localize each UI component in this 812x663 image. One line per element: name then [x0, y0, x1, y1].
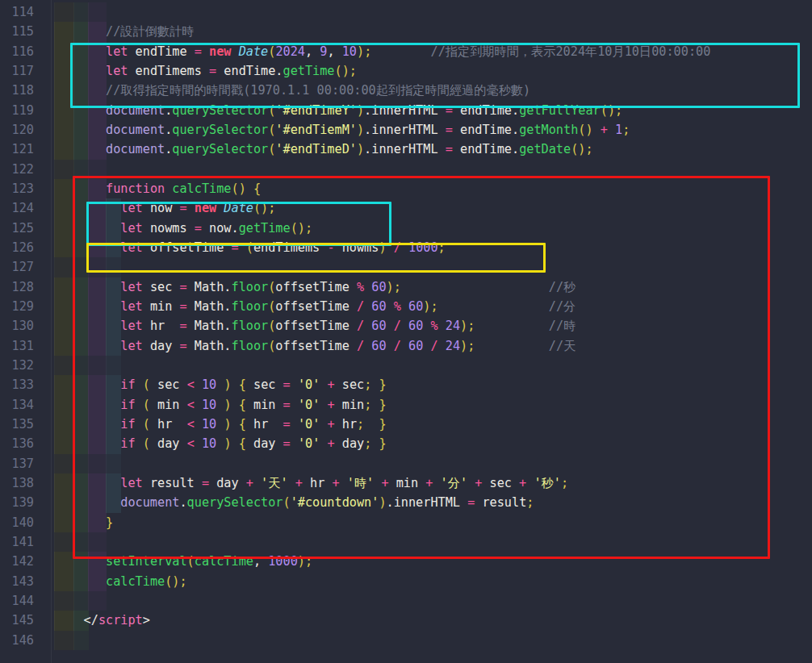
- token-cm: //秒: [549, 280, 576, 294]
- token-br: ;: [438, 240, 446, 255]
- token-op: =: [446, 123, 453, 137]
- code-line[interactable]: 118 //取得指定時間的時間戳(1970.1.1 00:00:00起到指定時間…: [0, 81, 812, 100]
- code-line[interactable]: 116 let endTime = new Date(2024, 9, 10);…: [0, 42, 812, 61]
- token-br: (): [571, 142, 585, 156]
- token-dm: document: [106, 103, 165, 118]
- code-line[interactable]: 120 document.querySelector('#endTiemM').…: [0, 120, 812, 140]
- token-fn: getDate: [519, 142, 571, 156]
- token-pl: [165, 181, 172, 196]
- token-nu: 1000: [408, 240, 438, 255]
- token-pl: sec: [150, 377, 187, 392]
- code-line[interactable]: 144: [0, 591, 812, 611]
- token-st: '0': [298, 436, 320, 451]
- code-line[interactable]: 130 let hr = Math.floor(offsetTime / 60 …: [0, 316, 812, 336]
- token-br: (: [187, 554, 195, 569]
- token-op: +: [246, 476, 253, 490]
- code-line[interactable]: 142 setInterval(calcTime, 1000);: [0, 552, 812, 571]
- token-st: '時': [347, 476, 374, 490]
- code-line[interactable]: 119 document.querySelector('#endTimeY').…: [0, 101, 812, 120]
- code-line[interactable]: 134 if ( min < 10 ) { min = '0' + min; }: [0, 395, 812, 415]
- code-line[interactable]: 126 let offsetTime = (endTimems - nowms)…: [0, 238, 812, 257]
- code-line[interactable]: 135 if ( hr < 10 ) { hr = '0' + hr; }: [0, 415, 812, 434]
- token-pl: [232, 398, 239, 412]
- token-pl: result: [143, 476, 202, 490]
- token-br: ;: [585, 142, 592, 156]
- code-line[interactable]: 127: [0, 257, 812, 277]
- token-nu: 1: [615, 123, 622, 137]
- token-br: (): [601, 103, 615, 118]
- token-br: ;: [364, 44, 371, 59]
- token-br: ;: [394, 280, 401, 294]
- code-line[interactable]: 137: [0, 454, 812, 473]
- token-nb: new: [209, 44, 231, 59]
- code-line[interactable]: 132: [0, 356, 812, 375]
- token-pl: ,: [305, 44, 320, 59]
- code-text: calcTime();: [54, 572, 187, 591]
- code-line[interactable]: 131 let day = Math.floor(offsetTime / 60…: [0, 336, 812, 356]
- code-line[interactable]: 114: [0, 2, 812, 22]
- token-pl: [195, 417, 202, 432]
- code-editor[interactable]: 114115 //設計倒數計時116 let endTime = new Dat…: [0, 0, 812, 663]
- token-pl: [371, 44, 430, 59]
- token-br: ;: [305, 221, 312, 236]
- code-line[interactable]: 140 }: [0, 513, 812, 532]
- token-pl: [216, 201, 224, 215]
- token-op: <: [187, 377, 195, 392]
- code-line[interactable]: 145 </script>: [0, 611, 812, 630]
- token-br: ;: [526, 495, 534, 510]
- token-pl: [253, 476, 261, 490]
- line-number: 141: [0, 532, 34, 552]
- code-line[interactable]: 125 let nowms = now.getTime();: [0, 219, 812, 238]
- token-br: (: [246, 240, 253, 255]
- code-text: let nowms = now.getTime();: [54, 219, 312, 238]
- code-line[interactable]: 138 let result = day + '天' + hr + '時' + …: [0, 473, 812, 493]
- token-pl: .innerHTML: [387, 495, 468, 510]
- token-br: (: [268, 319, 275, 333]
- token-pl: [291, 436, 298, 451]
- token-cm: //天: [549, 339, 576, 353]
- code-text: if ( hr < 10 ) { hr = '0' + hr; }: [54, 415, 387, 434]
- code-line[interactable]: 129 let min = Math.floor(offsetTime / 60…: [0, 297, 812, 316]
- token-k: let: [120, 240, 142, 255]
- token-pl: Math.: [187, 319, 232, 333]
- token-pl: endTime.: [453, 142, 519, 156]
- token-pl: endTime: [128, 44, 194, 59]
- code-lines: 114115 //設計倒數計時116 let endTime = new Dat…: [0, 2, 812, 650]
- code-line[interactable]: 139 document.querySelector('#countdown')…: [0, 493, 812, 512]
- code-text: setInterval(calcTime, 1000);: [54, 552, 312, 571]
- code-line[interactable]: 133 if ( sec < 10 ) { sec = '0' + sec; }: [0, 375, 812, 394]
- code-line[interactable]: 124 let now = new Date();: [0, 198, 812, 218]
- code-line[interactable]: 136 if ( day < 10 ) { day = '0' + day; }: [0, 434, 812, 453]
- token-pl: [438, 339, 446, 353]
- line-number: 121: [0, 140, 34, 159]
- token-tg: </: [84, 613, 98, 628]
- token-op: /: [357, 319, 364, 333]
- token-br: (: [283, 495, 290, 510]
- token-br: {: [239, 417, 246, 432]
- token-pl: min: [246, 398, 283, 412]
- code-line[interactable]: 146: [0, 631, 812, 650]
- code-line[interactable]: 123 function calcTime() {: [0, 179, 812, 198]
- token-cm: //分: [549, 299, 576, 314]
- token-op: =: [283, 398, 291, 412]
- token-pl: sec: [246, 377, 283, 392]
- token-pl: [433, 476, 440, 490]
- token-nb: new: [195, 201, 216, 215]
- token-pl: [136, 436, 143, 451]
- code-line[interactable]: 143 calcTime();: [0, 572, 812, 591]
- code-line[interactable]: 117 let endTimems = endTime.getTime();: [0, 61, 812, 81]
- token-pl: [387, 319, 394, 333]
- line-number: 122: [0, 160, 34, 179]
- token-br: ): [379, 495, 386, 510]
- line-number: 126: [0, 238, 34, 257]
- token-br: }: [379, 436, 387, 451]
- code-line[interactable]: 121 document.querySelector('#endTimeD').…: [0, 140, 812, 159]
- code-line[interactable]: 141: [0, 532, 812, 552]
- token-pl: [288, 476, 295, 490]
- code-text: let sec = Math.floor(offsetTime % 60); /…: [54, 277, 576, 297]
- code-line[interactable]: 115 //設計倒數計時: [0, 22, 812, 41]
- code-line[interactable]: 128 let sec = Math.floor(offsetTime % 60…: [0, 277, 812, 297]
- token-fn: getMonth: [519, 123, 578, 137]
- code-line[interactable]: 122: [0, 160, 812, 179]
- token-op: +: [327, 377, 334, 392]
